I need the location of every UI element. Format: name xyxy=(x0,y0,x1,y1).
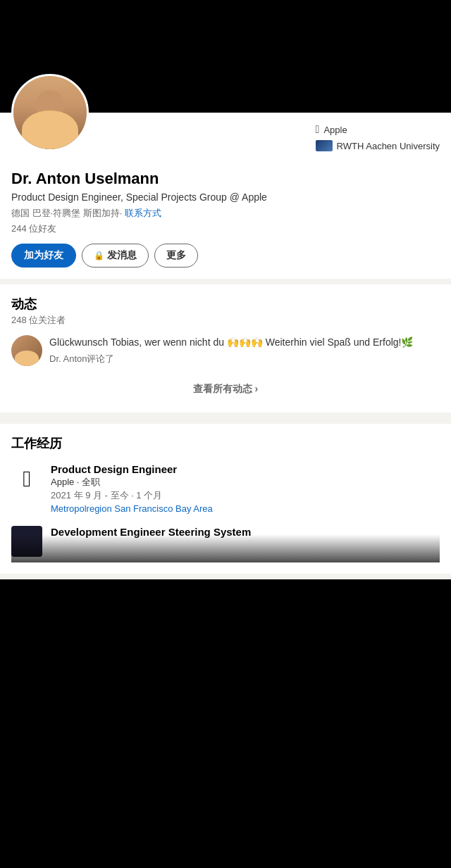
apple-logo-icon:  xyxy=(23,466,31,492)
exp-location-apple[interactable]: Metropolregion San Francisco Bay Area xyxy=(51,503,213,514)
activity-text: Glückwunsch Tobias, wer wenn nicht du 🙌🙌… xyxy=(49,335,440,350)
experience-item-second: Development Engineer Steering System xyxy=(11,526,440,562)
message-label: 发消息 xyxy=(107,249,137,262)
avatar-face xyxy=(13,76,87,149)
divider-2 xyxy=(0,418,451,424)
experience-title: 工作经历 xyxy=(11,435,440,452)
profile-location: 德国 巴登·符腾堡 斯图加持· 联系方式 xyxy=(11,207,440,220)
activity-post: Glückwunsch Tobias, wer wenn nicht du 🙌🙌… xyxy=(11,335,440,366)
action-buttons: 加为好友 🔒 发消息 更多 xyxy=(11,244,440,268)
activity-avatar xyxy=(11,335,42,366)
avatar-wrapper xyxy=(11,74,89,151)
apple-icon:  xyxy=(316,123,320,136)
profile-connections: 244 位好友 xyxy=(11,222,440,235)
company-university-name: RWTH Aachen University xyxy=(337,141,440,151)
activity-meta: Dr. Anton评论了 xyxy=(49,353,440,365)
top-bar xyxy=(0,0,451,42)
company-apple-name: Apple xyxy=(323,125,347,135)
avatar xyxy=(11,74,89,151)
add-friend-button[interactable]: 加为好友 xyxy=(11,244,76,268)
university-icon xyxy=(316,140,333,151)
profile-headline: Product Design Engineer, Special Project… xyxy=(11,191,440,205)
view-all-link[interactable]: 查看所有动态 xyxy=(11,377,440,401)
exp-details-apple: Product Design Engineer Apple · 全职 2021 … xyxy=(51,463,440,515)
activity-followers: 248 位关注者 xyxy=(11,314,440,327)
activity-section: 动态 248 位关注者 Glückwunsch Tobias, wer wenn… xyxy=(0,284,451,413)
profile-card:  Apple RWTH Aachen University Dr. Anton… xyxy=(0,42,451,279)
contact-link[interactable]: 联系方式 xyxy=(125,208,161,218)
apple-exp-logo:  xyxy=(11,463,42,494)
exp-title-apple: Product Design Engineer xyxy=(51,463,440,475)
profile-name: Dr. Anton Uselmann xyxy=(11,169,440,189)
activity-title: 动态 xyxy=(11,296,440,313)
company-apple:  Apple xyxy=(316,123,440,136)
message-button[interactable]: 🔒 发消息 xyxy=(82,244,149,268)
exp-dates-apple: 2021 年 9 月 - 至今 · 1 个月 xyxy=(51,489,440,502)
lock-icon: 🔒 xyxy=(94,251,104,260)
exp-company-apple: Apple · 全职 xyxy=(51,476,440,489)
divider-1 xyxy=(0,279,451,284)
experience-section: 工作经历  Product Design Engineer Apple · 全… xyxy=(0,424,451,574)
location-text: 德国 巴登·符腾堡 斯图加持· xyxy=(11,208,122,218)
noise-overlay xyxy=(11,534,440,562)
activity-content: Glückwunsch Tobias, wer wenn nicht du 🙌🙌… xyxy=(49,335,440,366)
company-university: RWTH Aachen University xyxy=(316,140,440,151)
experience-item-apple:  Product Design Engineer Apple · 全职 202… xyxy=(11,463,440,515)
profile-companies:  Apple RWTH Aachen University xyxy=(316,123,440,151)
more-button[interactable]: 更多 xyxy=(154,244,198,268)
bottom-area xyxy=(0,579,451,868)
